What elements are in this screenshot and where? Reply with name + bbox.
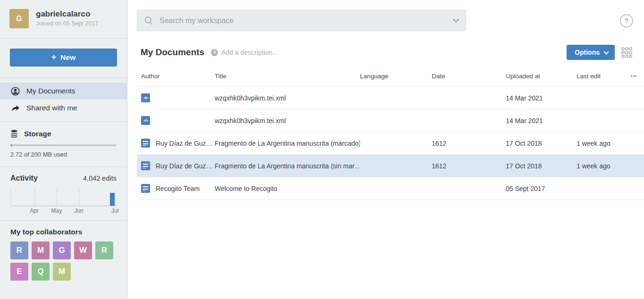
uploaded-at-cell: 14 Mar 2021 [506, 94, 577, 102]
last-edit-cell: 1 week ago [577, 140, 628, 147]
new-button[interactable]: + New [10, 49, 117, 66]
options-button[interactable]: Options [567, 45, 615, 60]
column-header-uploaded-at: Uploaded at [506, 73, 577, 80]
profile-info: gabrielcalarco Joined on 05 Sept 2017 [36, 9, 98, 27]
help-button[interactable]: ? [620, 14, 633, 27]
uploaded-at-cell: 17 Oct 2018 [506, 140, 577, 147]
activity-tick-label: Apr [30, 208, 39, 214]
activity-tick [10, 189, 11, 206]
username: gabrielcalarco [36, 9, 98, 19]
plus-icon: + [51, 53, 57, 61]
profile-section: G gabrielcalarco Joined on 05 Sept 2017 [0, 0, 127, 39]
joined-date: Joined on 05 Sept 2017 [36, 20, 98, 27]
table-row[interactable]: Ruy Díaz de Guz…Fragmento de La Argentin… [137, 155, 644, 177]
avatar[interactable]: G [9, 9, 29, 28]
author-cell [141, 93, 215, 102]
activity-tick [79, 189, 79, 206]
search-input[interactable] [159, 16, 448, 25]
activity-labels: AprMayJunJul [10, 208, 117, 216]
title-cell: Fragmento de La Argentina manuscrita (si… [215, 162, 360, 170]
search-icon [145, 17, 153, 25]
last-edit-cell: 1 week ago [577, 162, 628, 170]
date-cell: 1612 [432, 140, 506, 147]
storage-used-text: 2.72 of 200 MB used [10, 151, 117, 158]
activity-bar [110, 193, 115, 206]
storage-bar [10, 144, 117, 146]
text-document-icon [141, 184, 150, 193]
document-table: Author Title Language Date Uploaded at L… [137, 66, 644, 200]
author-name: Recogito Team [156, 185, 200, 192]
share-arrow-icon [11, 104, 20, 113]
uploaded-at-cell: 05 Sept 2017 [506, 185, 577, 192]
code-file-icon [141, 93, 150, 102]
activity-chart [10, 189, 117, 206]
title-cell: wzqxhk0h3vpikm.tei.xml [215, 117, 360, 125]
title-cell: Fragmento de La Argentina manuscrita (ma… [215, 140, 360, 147]
collaborator-avatar[interactable]: G [53, 241, 71, 259]
collaborators-title: My top collaborators [10, 228, 82, 236]
column-header-title: Title [215, 73, 360, 80]
date-cell: 1612 [432, 162, 506, 170]
table-row[interactable]: Ruy Díaz de Guz…Fragmento de La Argentin… [137, 132, 644, 155]
code-file-icon [141, 116, 150, 125]
new-section: + New [0, 39, 127, 78]
author-cell: Recogito Team [141, 184, 215, 193]
table-row[interactable]: wzqxhk0h3vpikm.tei.xml14 Mar 2021 [137, 87, 644, 109]
table-row[interactable]: wzqxhk0h3vpikm.tei.xml14 Mar 2021 [137, 109, 644, 132]
table-row[interactable]: Recogito TeamWelcome to Recogito05 Sept … [137, 177, 644, 200]
text-document-icon [141, 161, 150, 170]
document-table-body: wzqxhk0h3vpikm.tei.xml14 Mar 2021wzqxhk0… [137, 87, 644, 200]
column-header-date: Date [432, 73, 506, 80]
page-title: My Documents [141, 47, 204, 58]
activity-tick [57, 189, 57, 206]
storage-bar-fill [10, 144, 12, 146]
collaborator-avatar[interactable]: R [95, 241, 113, 259]
author-cell: Ruy Díaz de Guz… [141, 161, 215, 170]
sidebar-item-label: Shared with me [26, 104, 77, 112]
uploaded-at-cell: 17 Oct 2018 [506, 162, 577, 170]
options-label: Options [575, 49, 600, 56]
collaborator-avatar[interactable]: M [32, 241, 50, 259]
collaborator-avatar[interactable]: W [74, 241, 92, 259]
uploaded-at-cell: 14 Mar 2021 [506, 117, 577, 125]
collaborator-avatar[interactable]: M [53, 263, 71, 281]
author-name: Ruy Díaz de Guz… [156, 162, 213, 170]
author-name: Ruy Díaz de Guz… [156, 140, 213, 147]
title-cell: Welcome to Recogito [215, 185, 360, 192]
activity-tick [115, 189, 116, 206]
activity-tick [34, 189, 35, 206]
column-settings-icon[interactable] [628, 75, 644, 77]
sidebar-item-label: My Documents [26, 87, 75, 95]
sidebar: G gabrielcalarco Joined on 05 Sept 2017 … [0, 0, 127, 299]
column-header-author: Author [141, 73, 215, 80]
column-header-last-edit: Last edit [577, 73, 628, 80]
add-description-button[interactable]: + Add a description... [211, 49, 278, 56]
collaborators-section: My top collaborators RMGWREQM [0, 221, 127, 288]
table-header-row: Author Title Language Date Uploaded at L… [137, 66, 644, 87]
user-circle-icon [11, 87, 20, 96]
search-box [137, 10, 466, 31]
sidebar-item-my-documents[interactable]: My Documents [0, 83, 127, 100]
column-header-language: Language [360, 73, 432, 80]
activity-tick-label: Jun [74, 208, 83, 214]
collaborator-avatar[interactable]: E [10, 263, 28, 281]
database-icon [10, 130, 18, 138]
collaborator-avatar[interactable]: Q [32, 263, 50, 281]
search-row [128, 0, 644, 31]
author-cell [141, 116, 215, 125]
grid-view-icon[interactable] [621, 47, 633, 58]
plus-circle-icon: + [211, 49, 218, 56]
activity-edits-count: 4,042 edits [83, 174, 117, 182]
storage-section: Storage 2.72 of 200 MB used [0, 122, 127, 167]
collaborator-avatar[interactable]: R [10, 241, 28, 259]
add-description-label: Add a description... [221, 49, 278, 56]
chevron-down-icon [603, 49, 609, 54]
activity-title: Activity [10, 174, 38, 183]
chevron-down-icon[interactable] [453, 17, 459, 23]
new-button-label: New [60, 53, 75, 62]
text-document-icon [141, 139, 150, 148]
activity-section: Activity 4,042 edits AprMayJunJul [0, 167, 127, 221]
author-cell: Ruy Díaz de Guz… [141, 139, 215, 148]
collaborator-grid: RMGWREQM [10, 241, 119, 281]
sidebar-item-shared-with-me[interactable]: Shared with me [0, 100, 127, 116]
